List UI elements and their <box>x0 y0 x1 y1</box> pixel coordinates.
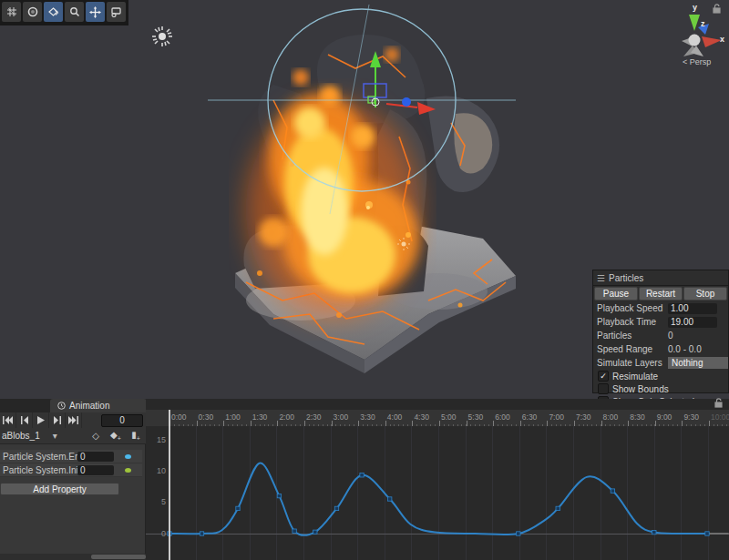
previous-key-button[interactable] <box>16 412 33 428</box>
clip-selector[interactable]: aBlobs_1 <box>0 431 40 441</box>
chevron-down-icon[interactable]: ▾ <box>53 431 57 441</box>
initial-value-field[interactable]: 0 <box>77 465 114 475</box>
axis-z-label[interactable]: z <box>701 19 705 28</box>
keyframe[interactable] <box>611 489 614 493</box>
playback-speed-row: Playback Speed 1.00 <box>593 301 728 315</box>
sphere-tool-button[interactable] <box>23 2 42 22</box>
keyframe[interactable] <box>388 497 392 501</box>
particles-count-row: Particles 0 <box>593 329 728 342</box>
ruler-label: 5:00 <box>441 412 457 422</box>
emission-value-field[interactable]: 0 <box>77 452 114 462</box>
ruler-label: 1:30 <box>252 412 268 422</box>
keyframe[interactable] <box>334 506 338 510</box>
speed-range-row: Speed Range 0.0 - 0.0 <box>593 342 728 356</box>
ruler-label: 5:30 <box>468 412 484 422</box>
add-event-button[interactable]: ▮+ <box>126 430 146 442</box>
play-icon <box>37 416 45 424</box>
playhead[interactable] <box>169 410 170 560</box>
property-row-emission[interactable]: Particle System.Emi: 0 <box>0 450 142 463</box>
go-to-end-button[interactable] <box>66 412 82 428</box>
curve-path <box>169 463 707 535</box>
pause-button[interactable]: Pause <box>594 287 638 300</box>
sphere-icon <box>27 6 38 17</box>
play-button[interactable] <box>33 412 49 428</box>
ruler-label: 0:30 <box>199 412 214 422</box>
panel-menu-icon: ☰ <box>597 273 605 283</box>
scrollbar-thumb[interactable] <box>91 555 146 559</box>
persp-caret-icon: < <box>683 57 687 66</box>
speed-range-value: 0.0 - 0.0 <box>668 344 702 354</box>
tab-animation[interactable]: Animation <box>50 399 147 412</box>
keyframe[interactable] <box>236 506 240 510</box>
keyframe[interactable] <box>293 529 296 533</box>
curve-editor: 0:000:301:001:302:002:303:003:304:004:30… <box>146 399 729 560</box>
curve-color-dot <box>125 468 131 473</box>
keyframe[interactable] <box>313 530 317 534</box>
ruler-label: 2:30 <box>306 412 322 422</box>
gizmo-tool-button[interactable] <box>44 2 63 22</box>
show-bounds-checkbox[interactable] <box>598 383 609 394</box>
particles-count-value: 0 <box>668 331 673 341</box>
show-bounds-row: Show Bounds <box>593 382 728 395</box>
axis-x-label[interactable]: x <box>720 35 724 44</box>
playback-time-field[interactable]: 19.00 <box>668 317 717 328</box>
horizontal-scrollbar[interactable] <box>0 554 146 560</box>
ruler-label: 3:30 <box>360 412 375 422</box>
add-property-button[interactable]: Add Property <box>0 483 119 495</box>
go-to-start-button[interactable] <box>0 412 16 428</box>
ruler-label: 4:00 <box>387 412 403 422</box>
animation-window: Animation 0 aBlobs_1 ▾ ◇ ◆+ ▮+ Particle … <box>0 399 729 560</box>
ruler-label: 3:00 <box>334 412 349 422</box>
scene-icon <box>110 6 122 17</box>
clip-row: aBlobs_1 ▾ ◇ ◆+ ▮+ <box>0 428 146 444</box>
keyframe[interactable] <box>705 532 709 535</box>
timeline-ruler[interactable]: 0:000:301:001:302:002:303:003:304:004:30… <box>146 410 729 427</box>
grid-tool-button[interactable] <box>2 2 21 22</box>
lock-icon[interactable] <box>714 396 724 409</box>
search-icon <box>69 6 80 17</box>
resimulate-checkbox[interactable]: ✓ <box>598 371 609 382</box>
grid-icon <box>6 6 17 17</box>
playback-speed-field[interactable]: 1.00 <box>668 303 717 314</box>
keyframe[interactable] <box>556 506 560 510</box>
keyframe[interactable] <box>277 494 281 497</box>
go-to-end-icon <box>68 416 78 424</box>
playback-time-row: Playback Time 19.00 <box>593 315 728 329</box>
property-row-initial[interactable]: Particle System.Initi 0 <box>0 463 142 477</box>
animation-curve[interactable] <box>146 426 729 560</box>
ruler-label: 7:30 <box>576 412 591 422</box>
current-frame-field[interactable]: 0 <box>101 414 143 427</box>
projection-toggle[interactable]: < Persp <box>683 57 711 66</box>
playback-buttons: Pause Restart Stop <box>593 286 728 301</box>
transport-controls: 0 <box>0 412 146 429</box>
particle-effect-panel: ☰ Particles Pause Restart Stop Playback … <box>592 270 729 393</box>
scene-tools-toolbar <box>0 0 128 25</box>
keyframe[interactable] <box>360 473 364 477</box>
search-tool-button[interactable] <box>65 2 84 22</box>
keyframe[interactable] <box>200 532 203 535</box>
diamond-icon <box>47 6 59 17</box>
next-key-button[interactable] <box>49 412 66 428</box>
animation-left-panel: Animation 0 aBlobs_1 ▾ ◇ ◆+ ▮+ Particle … <box>0 399 146 560</box>
unity-editor: y z x < Persp ☰ Particles Pause <box>0 0 729 560</box>
ruler-label: 8:30 <box>630 412 645 422</box>
restart-button[interactable]: Restart <box>639 287 683 300</box>
axis-y-label[interactable]: y <box>693 3 697 12</box>
preview-keyframe-button[interactable]: ◇ <box>86 431 106 441</box>
keyframe[interactable] <box>517 532 520 535</box>
curve-editor-header <box>146 399 729 410</box>
scene-visibility-button[interactable] <box>107 2 126 22</box>
keyframe[interactable] <box>652 530 656 534</box>
ruler-label: 9:00 <box>657 412 673 422</box>
simulate-layers-row: Simulate Layers Nothing <box>593 356 728 370</box>
curve-color-dot <box>125 454 131 459</box>
move-icon <box>89 6 101 18</box>
simulate-layers-dropdown[interactable]: Nothing <box>668 357 728 369</box>
particles-panel-header[interactable]: ☰ Particles <box>593 270 728 286</box>
next-key-icon <box>54 416 61 424</box>
ruler-label: 2:00 <box>279 412 294 422</box>
add-keyframe-button[interactable]: ◆+ <box>106 430 126 442</box>
move-tool-button[interactable] <box>86 2 105 22</box>
stop-button[interactable]: Stop <box>683 287 727 300</box>
curve-area[interactable]: 15 10 5 0 <box>146 426 729 560</box>
